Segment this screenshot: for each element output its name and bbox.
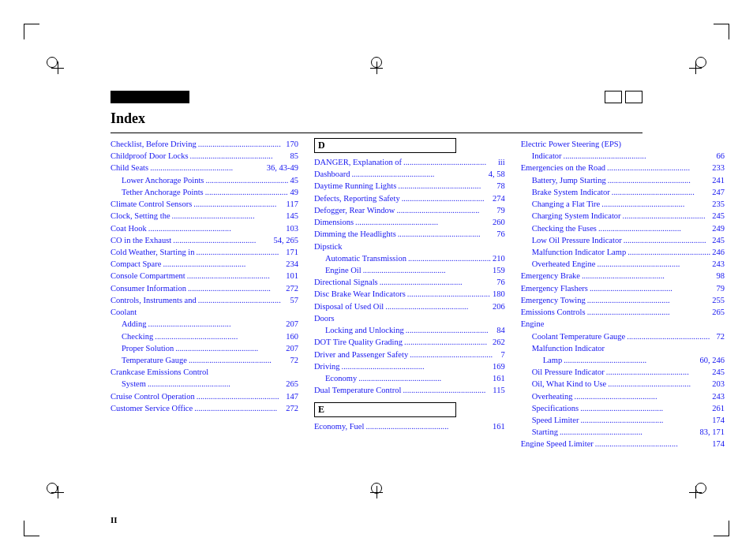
list-item: Engine Speed Limiter....................… — [521, 438, 725, 450]
entry-text: Checklist, Before Driving — [111, 138, 197, 150]
entry-text: Emissions Controls — [521, 306, 586, 318]
entry-text: Disc Brake Wear Indicators — [314, 288, 406, 300]
list-item: Disc Brake Wear Indicators..............… — [314, 288, 505, 300]
entry-page: 49 — [290, 186, 298, 198]
entry-page: 203 — [712, 378, 725, 390]
list-item: Oil Pressure Indicator..................… — [521, 366, 725, 378]
entry-dots: ........................................ — [623, 210, 711, 222]
list-item: Engine Oil..............................… — [314, 264, 505, 276]
list-item: Compact Spare...........................… — [111, 258, 298, 270]
list-item: Malfunction Indicator Lamp..............… — [521, 246, 725, 258]
entry-page: 103 — [286, 222, 298, 234]
list-item: Directional Signals.....................… — [314, 276, 505, 288]
list-item: Coolant Temperature Gauge...............… — [521, 330, 725, 342]
entry-page: 180 — [493, 288, 505, 300]
entry-page: 265 — [286, 378, 298, 390]
entry-text: Defects, Reporting Safety — [314, 192, 400, 204]
entry-dots: ........................................ — [408, 252, 491, 264]
entry-dots: ........................................ — [403, 156, 496, 168]
column-2: DDANGER, Explanation of.................… — [314, 138, 513, 497]
entry-text: CO in the Exhaust — [111, 234, 171, 246]
entry-text: Tether Anchorage Points — [122, 186, 204, 198]
entry-dots: ........................................ — [580, 402, 710, 414]
entry-dots: ........................................ — [606, 366, 710, 378]
entry-dots: ........................................ — [358, 372, 491, 384]
entry-dots: ........................................ — [403, 384, 491, 396]
entry-page: 36, 43-49 — [267, 162, 298, 174]
entry-text: Locking and Unlocking — [325, 324, 404, 336]
entry-text: Adding — [122, 318, 147, 330]
reg-circle-tc — [371, 57, 382, 68]
page-title: Index — [111, 110, 145, 127]
entry-text: Engine — [521, 319, 545, 328]
entry-page: 249 — [712, 222, 725, 234]
entry-text: Childproof Door Locks — [111, 150, 189, 162]
entry-dots: ........................................ — [402, 192, 491, 204]
entry-dots: ........................................ — [590, 282, 715, 294]
entry-text: DOT Tire Quality Grading — [314, 336, 403, 348]
entry-page: 84 — [496, 324, 505, 336]
list-item: Emergency Towing........................… — [521, 294, 725, 306]
entry-page: 234 — [286, 258, 298, 270]
entry-page: 117 — [287, 198, 298, 210]
entry-dots: ........................................ — [564, 150, 715, 162]
reg-circle-bl — [47, 483, 58, 494]
entry-page: 45 — [290, 174, 298, 186]
entry-text: Dimensions — [314, 216, 354, 228]
list-item: Indicator...............................… — [521, 150, 725, 162]
top-right-boxes — [605, 91, 642, 103]
entry-text: Economy, Fuel — [314, 420, 364, 432]
entry-dots: ........................................ — [163, 258, 284, 270]
reg-circle-tr — [695, 57, 706, 68]
corner-mark-br — [714, 521, 729, 536]
list-item: Overheating.............................… — [521, 390, 725, 402]
entry-dots: ........................................ — [410, 349, 499, 360]
list-item: Oil, What Kind to Use...................… — [521, 378, 725, 390]
list-item: Dashboard...............................… — [314, 168, 505, 180]
reg-circle-tl — [47, 57, 58, 68]
list-item: Driving.................................… — [314, 360, 505, 372]
entry-text: Climate Control Sensors — [111, 198, 192, 210]
entry-dots: ........................................ — [628, 246, 710, 258]
content-area: Checklist, Before Driving...............… — [111, 138, 642, 497]
entry-page: 170 — [286, 138, 298, 150]
entry-dots: ........................................ — [148, 378, 284, 390]
entry-dots: ........................................ — [205, 174, 288, 186]
entry-page: 115 — [493, 384, 504, 396]
list-item: Defogger, Rear Window...................… — [314, 204, 505, 216]
column-3: Electric Power Steering (EPS)Indicator..… — [521, 138, 725, 497]
entry-text: Cruise Control Operation — [111, 390, 195, 402]
entry-dots: ........................................ — [587, 306, 711, 318]
entry-page: 161 — [493, 372, 505, 384]
list-item: Speed Limiter...........................… — [521, 414, 725, 426]
entry-text: Lamp — [543, 354, 563, 366]
entry-text: Coolant Temperature Gauge — [532, 330, 626, 342]
entry-page: 255 — [712, 294, 725, 306]
entry-text: Checking — [122, 330, 153, 342]
entry-page: 261 — [712, 402, 725, 414]
entry-page: 79 — [496, 204, 505, 216]
entry-page: 66 — [716, 150, 725, 162]
list-item: Proper Solution.........................… — [111, 342, 298, 354]
entry-text: Coolant — [111, 308, 137, 316]
list-item: Emergency Brake.........................… — [521, 270, 725, 282]
entry-dots: ........................................ — [193, 198, 284, 210]
entry-dots: ........................................ — [560, 426, 699, 438]
list-item: Defects, Reporting Safety...............… — [314, 192, 505, 204]
entry-page: 72 — [716, 330, 725, 342]
list-item: Lower Anchorage Points..................… — [111, 174, 298, 186]
entry-text: Doors — [314, 314, 335, 323]
list-item: Emergency Flashers......................… — [521, 282, 725, 294]
entry-page: 243 — [712, 390, 725, 402]
entry-text: Brake System Indicator — [532, 186, 610, 198]
list-item: Electric Power Steering (EPS) — [521, 138, 725, 150]
list-item: Clock, Setting the......................… — [111, 210, 298, 222]
list-item: Controls, Instruments and...............… — [111, 294, 298, 306]
entry-dots: ........................................ — [608, 174, 710, 186]
entry-page: 245 — [712, 210, 725, 222]
entry-dots: ........................................ — [407, 288, 491, 300]
list-item: Starting................................… — [521, 426, 725, 438]
list-item: Tether Anchorage Points.................… — [111, 186, 298, 198]
entry-page: 206 — [493, 301, 505, 312]
list-item: Economy, Fuel...........................… — [314, 420, 505, 432]
